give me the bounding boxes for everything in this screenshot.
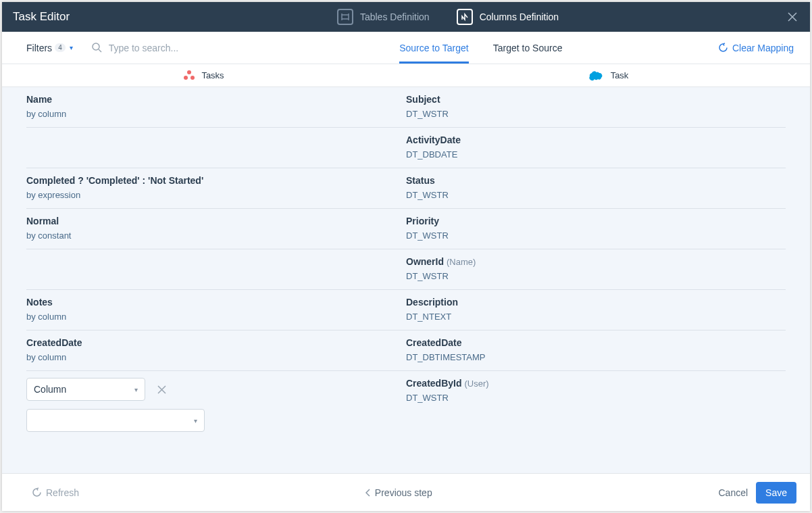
chevron-down-icon: ▾ xyxy=(194,417,197,424)
previous-step-button[interactable]: Previous step xyxy=(79,487,718,498)
toolbar: Filters 4 ▾ Source to Target Target to S… xyxy=(2,32,810,64)
column-select[interactable]: ▾ xyxy=(26,409,205,432)
chevron-left-icon xyxy=(365,489,371,497)
tables-icon xyxy=(337,9,353,25)
refresh-button[interactable]: Refresh xyxy=(32,487,79,498)
chevron-down-icon: ▾ xyxy=(134,386,138,393)
mapping-rows: DT_WSTR Nameby column SubjectDT_WSTR Act… xyxy=(2,87,810,473)
columns-icon xyxy=(457,9,473,25)
modal-title: Task Editor xyxy=(13,10,70,24)
asana-icon xyxy=(184,70,195,81)
chevron-down-icon: ▾ xyxy=(70,44,73,51)
entity-bar: Tasks Task xyxy=(2,64,810,87)
clear-mapping-button[interactable]: Clear Mapping xyxy=(718,43,794,53)
footer: Refresh Previous step Cancel Save xyxy=(2,473,810,511)
tab-columns-definition[interactable]: Columns Definition xyxy=(457,9,559,25)
mapping-row[interactable]: Normalby constant PriorityDT_WSTR xyxy=(26,209,786,249)
task-editor-modal: Task Editor Tables Definition Columns De… xyxy=(2,2,810,511)
cancel-button[interactable]: Cancel xyxy=(718,487,748,498)
filters-count-badge: 4 xyxy=(55,43,66,52)
close-icon[interactable] xyxy=(786,10,799,24)
mapping-row[interactable]: Notesby column DescriptionDT_NTEXT xyxy=(26,290,786,331)
target-entity-label: Task xyxy=(406,64,810,87)
mapping-row[interactable]: OwnerId(Name)DT_WSTR xyxy=(26,249,786,290)
tab-target-to-source[interactable]: Target to Source xyxy=(493,32,563,64)
tab-tables-definition[interactable]: Tables Definition xyxy=(337,9,430,25)
mapping-row[interactable]: ActivityDateDT_DBDATE xyxy=(26,128,786,168)
salesforce-icon xyxy=(588,70,604,81)
search-input[interactable] xyxy=(109,43,244,53)
search-icon xyxy=(92,43,102,53)
mapping-row[interactable]: Completed ? 'Completed' : 'Not Started'b… xyxy=(26,168,786,209)
mapping-row-editing: Column ▾ ▾ CreatedById(User) DT_WSTR xyxy=(26,371,786,440)
source-entity-label: Tasks xyxy=(2,64,406,87)
mapping-type-select[interactable]: Column ▾ xyxy=(26,378,145,401)
tab-source-to-target[interactable]: Source to Target xyxy=(399,32,468,64)
mapping-row[interactable]: CreatedDateby column CreatedDateDT_DBTIM… xyxy=(26,331,786,371)
modal-header: Task Editor Tables Definition Columns De… xyxy=(2,2,810,32)
save-button[interactable]: Save xyxy=(756,482,796,504)
svg-point-0 xyxy=(93,43,99,50)
mapping-row[interactable]: Nameby column SubjectDT_WSTR xyxy=(26,87,786,128)
clear-mapping-icon[interactable] xyxy=(157,385,166,394)
filters-button[interactable]: Filters 4 ▾ xyxy=(26,43,73,53)
